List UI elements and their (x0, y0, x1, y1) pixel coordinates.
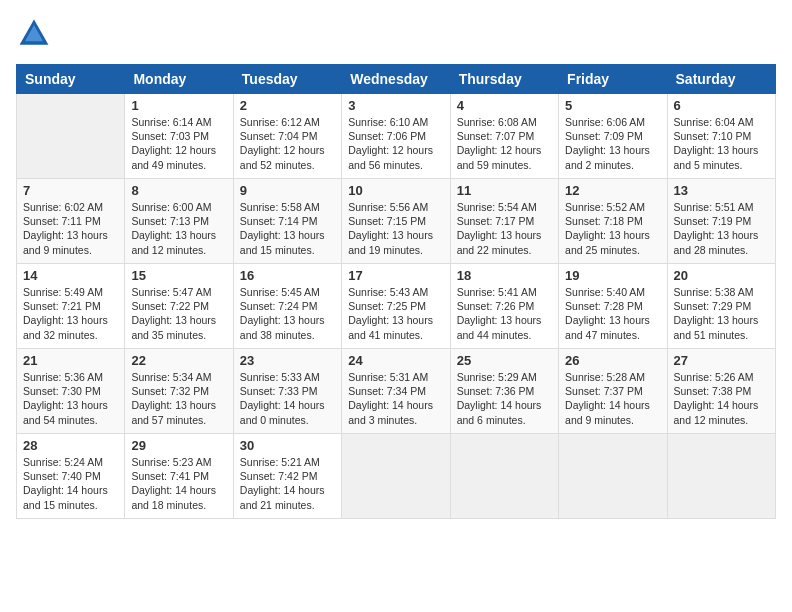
daylight-text: Daylight: 13 hours and 5 minutes. (674, 143, 769, 171)
sunset-text: Sunset: 7:36 PM (457, 384, 552, 398)
calendar-week-row: 28 Sunrise: 5:24 AM Sunset: 7:40 PM Dayl… (17, 434, 776, 519)
sunrise-text: Sunrise: 5:54 AM (457, 200, 552, 214)
day-info: Sunrise: 6:02 AM Sunset: 7:11 PM Dayligh… (23, 200, 118, 257)
calendar-cell: 17 Sunrise: 5:43 AM Sunset: 7:25 PM Dayl… (342, 264, 450, 349)
day-info: Sunrise: 5:36 AM Sunset: 7:30 PM Dayligh… (23, 370, 118, 427)
calendar-cell (667, 434, 775, 519)
sunrise-text: Sunrise: 5:31 AM (348, 370, 443, 384)
day-number: 9 (240, 183, 335, 198)
calendar-cell: 21 Sunrise: 5:36 AM Sunset: 7:30 PM Dayl… (17, 349, 125, 434)
sunrise-text: Sunrise: 6:10 AM (348, 115, 443, 129)
daylight-text: Daylight: 14 hours and 18 minutes. (131, 483, 226, 511)
calendar-cell: 12 Sunrise: 5:52 AM Sunset: 7:18 PM Dayl… (559, 179, 667, 264)
day-number: 24 (348, 353, 443, 368)
sunset-text: Sunset: 7:04 PM (240, 129, 335, 143)
sunset-text: Sunset: 7:29 PM (674, 299, 769, 313)
day-info: Sunrise: 5:43 AM Sunset: 7:25 PM Dayligh… (348, 285, 443, 342)
weekday-header: Wednesday (342, 65, 450, 94)
sunrise-text: Sunrise: 5:40 AM (565, 285, 660, 299)
sunset-text: Sunset: 7:30 PM (23, 384, 118, 398)
day-number: 12 (565, 183, 660, 198)
calendar-cell: 18 Sunrise: 5:41 AM Sunset: 7:26 PM Dayl… (450, 264, 558, 349)
calendar-week-row: 7 Sunrise: 6:02 AM Sunset: 7:11 PM Dayli… (17, 179, 776, 264)
daylight-text: Daylight: 14 hours and 0 minutes. (240, 398, 335, 426)
weekday-header: Friday (559, 65, 667, 94)
day-info: Sunrise: 5:26 AM Sunset: 7:38 PM Dayligh… (674, 370, 769, 427)
sunset-text: Sunset: 7:06 PM (348, 129, 443, 143)
sunset-text: Sunset: 7:33 PM (240, 384, 335, 398)
sunrise-text: Sunrise: 5:47 AM (131, 285, 226, 299)
sunset-text: Sunset: 7:38 PM (674, 384, 769, 398)
calendar-cell: 25 Sunrise: 5:29 AM Sunset: 7:36 PM Dayl… (450, 349, 558, 434)
daylight-text: Daylight: 13 hours and 47 minutes. (565, 313, 660, 341)
calendar-cell: 13 Sunrise: 5:51 AM Sunset: 7:19 PM Dayl… (667, 179, 775, 264)
day-info: Sunrise: 6:14 AM Sunset: 7:03 PM Dayligh… (131, 115, 226, 172)
day-number: 30 (240, 438, 335, 453)
sunrise-text: Sunrise: 5:24 AM (23, 455, 118, 469)
sunset-text: Sunset: 7:21 PM (23, 299, 118, 313)
daylight-text: Daylight: 14 hours and 3 minutes. (348, 398, 443, 426)
day-number: 18 (457, 268, 552, 283)
calendar-cell: 14 Sunrise: 5:49 AM Sunset: 7:21 PM Dayl… (17, 264, 125, 349)
daylight-text: Daylight: 14 hours and 15 minutes. (23, 483, 118, 511)
sunset-text: Sunset: 7:09 PM (565, 129, 660, 143)
sunset-text: Sunset: 7:11 PM (23, 214, 118, 228)
sunrise-text: Sunrise: 5:49 AM (23, 285, 118, 299)
day-info: Sunrise: 5:54 AM Sunset: 7:17 PM Dayligh… (457, 200, 552, 257)
sunrise-text: Sunrise: 6:06 AM (565, 115, 660, 129)
sunrise-text: Sunrise: 5:26 AM (674, 370, 769, 384)
sunrise-text: Sunrise: 6:02 AM (23, 200, 118, 214)
calendar-week-row: 1 Sunrise: 6:14 AM Sunset: 7:03 PM Dayli… (17, 94, 776, 179)
daylight-text: Daylight: 13 hours and 54 minutes. (23, 398, 118, 426)
sunset-text: Sunset: 7:37 PM (565, 384, 660, 398)
calendar-cell: 9 Sunrise: 5:58 AM Sunset: 7:14 PM Dayli… (233, 179, 341, 264)
daylight-text: Daylight: 12 hours and 56 minutes. (348, 143, 443, 171)
daylight-text: Daylight: 14 hours and 9 minutes. (565, 398, 660, 426)
day-info: Sunrise: 6:06 AM Sunset: 7:09 PM Dayligh… (565, 115, 660, 172)
sunrise-text: Sunrise: 5:43 AM (348, 285, 443, 299)
calendar-cell: 4 Sunrise: 6:08 AM Sunset: 7:07 PM Dayli… (450, 94, 558, 179)
calendar-cell: 8 Sunrise: 6:00 AM Sunset: 7:13 PM Dayli… (125, 179, 233, 264)
calendar-cell: 16 Sunrise: 5:45 AM Sunset: 7:24 PM Dayl… (233, 264, 341, 349)
sunrise-text: Sunrise: 5:45 AM (240, 285, 335, 299)
day-number: 21 (23, 353, 118, 368)
sunset-text: Sunset: 7:24 PM (240, 299, 335, 313)
sunset-text: Sunset: 7:13 PM (131, 214, 226, 228)
calendar-cell: 10 Sunrise: 5:56 AM Sunset: 7:15 PM Dayl… (342, 179, 450, 264)
sunset-text: Sunset: 7:22 PM (131, 299, 226, 313)
weekday-header: Thursday (450, 65, 558, 94)
sunrise-text: Sunrise: 5:41 AM (457, 285, 552, 299)
logo (16, 16, 56, 52)
daylight-text: Daylight: 14 hours and 6 minutes. (457, 398, 552, 426)
daylight-text: Daylight: 13 hours and 2 minutes. (565, 143, 660, 171)
sunset-text: Sunset: 7:18 PM (565, 214, 660, 228)
day-number: 22 (131, 353, 226, 368)
day-number: 10 (348, 183, 443, 198)
calendar-cell (559, 434, 667, 519)
day-info: Sunrise: 5:51 AM Sunset: 7:19 PM Dayligh… (674, 200, 769, 257)
day-number: 25 (457, 353, 552, 368)
sunrise-text: Sunrise: 6:14 AM (131, 115, 226, 129)
daylight-text: Daylight: 13 hours and 25 minutes. (565, 228, 660, 256)
daylight-text: Daylight: 13 hours and 57 minutes. (131, 398, 226, 426)
sunrise-text: Sunrise: 5:29 AM (457, 370, 552, 384)
calendar-cell: 11 Sunrise: 5:54 AM Sunset: 7:17 PM Dayl… (450, 179, 558, 264)
day-number: 26 (565, 353, 660, 368)
day-info: Sunrise: 6:12 AM Sunset: 7:04 PM Dayligh… (240, 115, 335, 172)
sunrise-text: Sunrise: 5:38 AM (674, 285, 769, 299)
sunrise-text: Sunrise: 6:08 AM (457, 115, 552, 129)
day-number: 11 (457, 183, 552, 198)
weekday-header: Tuesday (233, 65, 341, 94)
day-number: 16 (240, 268, 335, 283)
sunset-text: Sunset: 7:17 PM (457, 214, 552, 228)
weekday-header: Saturday (667, 65, 775, 94)
sunset-text: Sunset: 7:26 PM (457, 299, 552, 313)
sunrise-text: Sunrise: 5:28 AM (565, 370, 660, 384)
calendar-cell: 22 Sunrise: 5:34 AM Sunset: 7:32 PM Dayl… (125, 349, 233, 434)
page-header (16, 16, 776, 52)
sunset-text: Sunset: 7:34 PM (348, 384, 443, 398)
calendar-cell: 15 Sunrise: 5:47 AM Sunset: 7:22 PM Dayl… (125, 264, 233, 349)
daylight-text: Daylight: 13 hours and 51 minutes. (674, 313, 769, 341)
day-number: 13 (674, 183, 769, 198)
calendar-cell: 29 Sunrise: 5:23 AM Sunset: 7:41 PM Dayl… (125, 434, 233, 519)
